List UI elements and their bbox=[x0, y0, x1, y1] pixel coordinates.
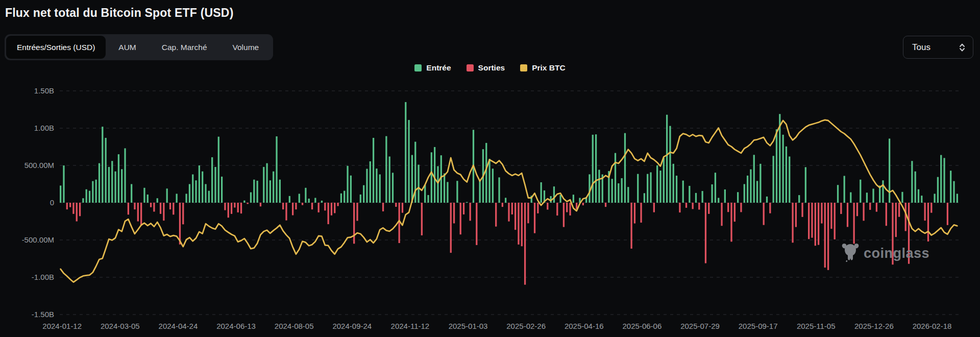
svg-text:-1.50B: -1.50B bbox=[32, 310, 54, 319]
svg-text:2024-06-13: 2024-06-13 bbox=[216, 322, 256, 330]
svg-text:1.50B: 1.50B bbox=[34, 86, 54, 95]
svg-text:2025-02-26: 2025-02-26 bbox=[506, 322, 546, 330]
svg-text:2025-12-26: 2025-12-26 bbox=[854, 322, 894, 330]
svg-text:2025-11-05: 2025-11-05 bbox=[797, 322, 836, 330]
svg-text:2024-08-05: 2024-08-05 bbox=[275, 322, 314, 330]
svg-text:500.00M: 500.00M bbox=[24, 161, 54, 170]
svg-text:2025-04-16: 2025-04-16 bbox=[565, 322, 604, 330]
svg-text:-1.00B: -1.00B bbox=[32, 273, 54, 281]
svg-text:2024-04-24: 2024-04-24 bbox=[159, 322, 198, 330]
svg-text:2026-02-18: 2026-02-18 bbox=[913, 322, 952, 330]
svg-text:2025-01-03: 2025-01-03 bbox=[449, 322, 488, 330]
flow-price-chart-plot[interactable]: 1.50B1.00B500.00M0-500.00M-1.00B-1.50B20… bbox=[0, 0, 980, 337]
svg-text:2025-07-29: 2025-07-29 bbox=[680, 322, 720, 330]
svg-text:2025-06-06: 2025-06-06 bbox=[623, 322, 662, 330]
svg-text:0: 0 bbox=[50, 198, 54, 207]
svg-text:2024-03-05: 2024-03-05 bbox=[101, 322, 140, 330]
svg-text:2024-01-12: 2024-01-12 bbox=[42, 322, 82, 330]
etf-flow-dashboard: Flux net total du Bitcoin Spot ETF (USD)… bbox=[0, 0, 980, 337]
svg-text:-500.00M: -500.00M bbox=[22, 235, 54, 244]
svg-text:1.00B: 1.00B bbox=[34, 124, 54, 132]
svg-text:2025-09-17: 2025-09-17 bbox=[739, 322, 778, 330]
svg-text:2024-09-24: 2024-09-24 bbox=[332, 322, 372, 330]
svg-text:2024-11-12: 2024-11-12 bbox=[391, 322, 430, 330]
